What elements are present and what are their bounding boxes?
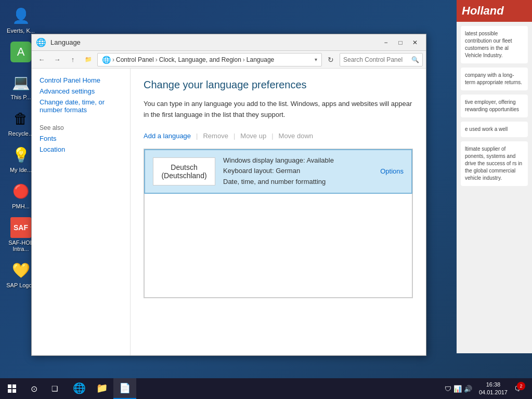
side-card-2: company with a long-term appropriate ret… [461, 68, 528, 90]
language-list-empty-area [144, 194, 412, 298]
breadcrumb-sep-0: › [112, 56, 114, 63]
language-list: Deutsch (Deutschland) Windows display la… [144, 149, 413, 298]
start-button[interactable] [0, 378, 23, 399]
date-time-detail: Date, time, and number formatting [223, 177, 380, 188]
refresh-button[interactable]: ↻ [324, 53, 338, 66]
content-area: Control Panel Home Advanced settings Cha… [32, 69, 426, 355]
saf-icon: SAF [10, 217, 31, 238]
shield-icon: 🛡 [445, 385, 451, 393]
sidebar-control-panel-home[interactable]: Control Panel Home [40, 76, 122, 84]
notification-center[interactable]: 🗨 2 [514, 384, 529, 393]
search-taskbar-button[interactable]: ⊙ [23, 378, 44, 399]
up-button[interactable]: ↑ [66, 53, 80, 66]
side-card-4: e used work a well [461, 122, 528, 137]
language-options-link[interactable]: Options [380, 167, 404, 175]
sidebar-see-also: See also Fonts Location [40, 124, 122, 153]
computer-icon: 💻 [10, 72, 31, 92]
taskbar-system-icons: 🛡 📊 🔊 [445, 385, 472, 393]
sidebar-fonts[interactable]: Fonts [40, 135, 122, 142]
add-language-button[interactable]: Add a language [144, 131, 191, 141]
side-card-1: latest possible contribution our fleet c… [461, 26, 528, 63]
window-title-text: Language [50, 38, 379, 46]
breadcrumb-control-panel[interactable]: Control Panel [116, 56, 154, 63]
bulb-icon: 💡 [10, 144, 31, 165]
user-icon-label: Everts, K... [7, 28, 35, 34]
toolbar-sep-2: | [233, 132, 235, 140]
breadcrumb: 🌐 › Control Panel › Clock, Language, and… [97, 53, 322, 66]
window-titlebar: 🌐 Language − □ ✕ [32, 34, 426, 51]
language-window: 🌐 Language − □ ✕ ← → ↑ 📁 🌐 › Control Pan… [31, 34, 426, 356]
minimize-button[interactable]: − [379, 37, 393, 48]
recycle-bin-icon: 🗑 [10, 108, 31, 129]
brand-name: Holland [462, 4, 504, 17]
sidebar-advanced-settings[interactable]: Advanced settings [40, 87, 122, 95]
side-card-5: ltimate supplier of ponents, systems and… [461, 141, 528, 186]
sidebar-location[interactable]: Location [40, 145, 122, 153]
svg-rect-2 [8, 389, 11, 393]
move-down-button[interactable]: Move down [279, 131, 313, 141]
language-details: Windows display language: Available Keyb… [223, 155, 380, 188]
language-item-deutsch[interactable]: Deutsch (Deutschland) Windows display la… [144, 149, 412, 194]
svg-rect-1 [12, 384, 16, 388]
search-icon[interactable]: 🔍 [411, 56, 419, 63]
remove-language-button[interactable]: Remove [203, 131, 228, 141]
user-avatar-icon: 👤 [10, 5, 31, 26]
svg-rect-0 [8, 384, 11, 388]
language-name-line2: (Deutschland) [161, 171, 206, 180]
search-box[interactable]: 🔍 [340, 53, 423, 66]
breadcrumb-clock-region[interactable]: Clock, Language, and Region [159, 56, 241, 63]
taskbar: ⊙ ❑ 🌐 📁 📄 🛡 📊 🔊 16:38 04.01.2017 🗨 2 [0, 378, 532, 399]
page-title: Change your language preferences [144, 79, 413, 91]
breadcrumb-sep-2: › [243, 56, 245, 63]
language-toolbar: Add a language | Remove | Move up | Move… [144, 131, 413, 141]
keyboard-layout-detail: Keyboard layout: German [223, 166, 380, 177]
bulb-icon-label: My Ide... [10, 167, 32, 173]
breadcrumb-language[interactable]: Language [246, 56, 274, 63]
task-view-button[interactable]: ❑ [44, 378, 65, 399]
search-input[interactable] [343, 56, 411, 63]
maximize-button[interactable]: □ [394, 37, 407, 48]
language-name-line1: Deutsch [171, 163, 197, 171]
main-content: Change your language preferences You can… [131, 69, 426, 355]
desktop: 👤 Everts, K... A 💻 This P... 🗑 Recycle..… [0, 0, 532, 399]
toolbar-sep-3: | [271, 132, 273, 140]
side-card-3: tive employer, offering rewarding opport… [461, 95, 528, 117]
language-name: Deutsch (Deutschland) [153, 157, 215, 185]
speaker-icon: 🔊 [464, 385, 472, 393]
computer-icon-label: This P... [11, 94, 31, 100]
pmh-icon: 🔴 [10, 181, 31, 202]
see-also-label: See also [40, 124, 122, 131]
monitor-icon: 📊 [453, 385, 462, 393]
window-title-icon: 🌐 [36, 37, 46, 47]
svg-rect-3 [12, 389, 16, 393]
nav-bar: ← → ↑ 📁 🌐 › Control Panel › Clock, Langu… [32, 51, 426, 69]
taskbar-right: 🛡 📊 🔊 16:38 04.01.2017 🗨 2 [445, 381, 532, 397]
recent-locations-button[interactable]: 📁 [82, 53, 95, 66]
taskbar-date-value: 04.01.2017 [479, 389, 508, 396]
app-a-icon: A [10, 42, 31, 62]
breadcrumb-icon: 🌐 [102, 56, 111, 64]
taskbar-app-word[interactable]: 📄 [113, 378, 136, 399]
window-controls: − □ ✕ [379, 37, 422, 48]
sidebar-date-time[interactable]: Change date, time, or number formats [40, 98, 122, 114]
display-language-detail: Windows display language: Available [223, 155, 380, 166]
taskbar-clock[interactable]: 16:38 04.01.2017 [475, 381, 512, 397]
sap-logon-icon: 💛 [10, 260, 31, 281]
toolbar-sep-1: | [196, 132, 198, 140]
close-button[interactable]: ✕ [408, 37, 422, 48]
forward-button[interactable]: → [50, 53, 64, 66]
page-description: You can type in any language you add to … [144, 99, 413, 121]
side-panel: Holland latest possible contribution our… [457, 0, 532, 353]
brand-header: Holland [457, 0, 532, 22]
taskbar-apps: 🌐 📁 📄 [68, 378, 136, 399]
taskbar-time-value: 16:38 [479, 381, 508, 389]
side-panel-content: latest possible contribution our fleet c… [457, 22, 532, 194]
back-button[interactable]: ← [35, 53, 48, 66]
desktop-icon-user[interactable]: 👤 Everts, K... [3, 5, 39, 34]
notification-badge: 2 [517, 382, 525, 390]
move-up-button[interactable]: Move up [240, 131, 266, 141]
breadcrumb-sep-1: › [155, 56, 158, 63]
breadcrumb-dropdown-icon[interactable]: ▾ [315, 57, 317, 62]
taskbar-app-edge[interactable]: 🌐 [68, 378, 90, 399]
taskbar-app-explorer[interactable]: 📁 [90, 378, 113, 399]
